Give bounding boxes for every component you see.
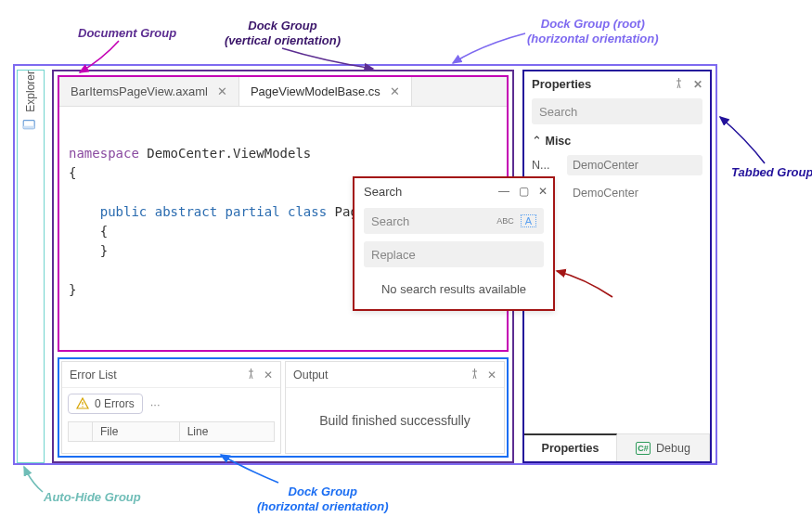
warning-icon: [76, 397, 89, 410]
autohide-tab-label: Explorer: [24, 71, 37, 112]
chevron-down-icon: ⌃: [532, 135, 542, 148]
code-namespace-name: DemoCenter.ViewModels: [147, 146, 311, 161]
close-icon[interactable]: ✕: [538, 185, 548, 198]
code-keyword-namespace: namespace: [69, 146, 139, 161]
annotation-dock-vertical-line2: (vertical orientation): [225, 33, 341, 47]
panel-title: Output: [293, 368, 462, 381]
output-message: Build finished successfully: [286, 388, 504, 453]
error-list-body: 0 Errors ··· File Line: [62, 388, 280, 447]
close-icon[interactable]: ✕: [487, 368, 496, 381]
document-tab-pageviewmodel[interactable]: PageViewModelBase.cs ✕: [239, 77, 412, 106]
annotation-dock-root-line2: (horizontal orientation): [527, 32, 659, 45]
error-col-file: File: [93, 422, 180, 442]
close-icon[interactable]: ✕: [217, 84, 227, 98]
properties-tabstrip: Properties C# Debug: [524, 433, 710, 461]
float-window-title: Search: [364, 185, 402, 199]
pin-icon[interactable]: [246, 368, 256, 381]
code-brace: {: [69, 165, 76, 180]
minimize-icon[interactable]: —: [498, 185, 509, 198]
replace-input[interactable]: Replace: [364, 241, 544, 267]
csharp-icon: C#: [636, 442, 651, 455]
document-tabstrip: BarItemsPageView.axaml ✕ PageViewModelBa…: [59, 77, 507, 107]
autohide-group: Explorer: [17, 70, 45, 463]
properties-search-input[interactable]: Search: [532, 98, 702, 124]
panel-output: Output ✕ Build finished successfully: [285, 361, 505, 454]
code-brace: }: [69, 282, 76, 297]
svg-point-2: [82, 406, 83, 407]
pin-icon[interactable]: [470, 368, 480, 381]
close-icon[interactable]: ✕: [390, 84, 400, 98]
tab-properties[interactable]: Properties: [524, 433, 617, 461]
panel-header-errorlist: Error List ✕: [62, 362, 280, 388]
autohide-tab-explorer[interactable]: Explorer: [22, 71, 38, 136]
error-col-line: Line: [179, 422, 274, 442]
explorer-icon: [22, 118, 38, 131]
error-col-blank: [69, 422, 93, 442]
pin-icon[interactable]: [674, 78, 684, 91]
annotation-tabbed-group: Tabbed Group: [731, 165, 812, 180]
properties-title: Properties: [532, 77, 591, 91]
svg-rect-1: [23, 126, 34, 129]
annotation-dock-root: Dock Group (root) (horizontal orientatio…: [527, 17, 659, 47]
panel-header-output: Output ✕: [286, 362, 504, 388]
replace-placeholder: Replace: [371, 248, 416, 262]
float-window-body: Search ABC A Replace No search results a…: [354, 204, 553, 309]
whole-word-toggle[interactable]: A: [521, 214, 536, 227]
search-status-message: No search results available: [364, 275, 544, 298]
error-count-label: 0 Errors: [95, 397, 135, 410]
more-button[interactable]: ···: [150, 397, 161, 411]
annotation-autohide-group: Auto-Hide Group: [44, 490, 141, 505]
properties-header: Properties ✕: [524, 71, 710, 93]
search-placeholder: Search: [539, 105, 577, 119]
annotation-dock-vertical: Dock Group (vertical orientation): [225, 19, 341, 49]
code-brace: {: [100, 224, 108, 239]
dock-group-horizontal: Error List ✕ 0 Errors ···: [58, 357, 509, 458]
annotation-dock-horiz-line2: (horizontal orientation): [257, 499, 389, 513]
property-value-input[interactable]: DemoCenter: [567, 155, 702, 175]
panel-error-list: Error List ✕ 0 Errors ···: [61, 361, 281, 454]
error-count-badge[interactable]: 0 Errors: [68, 394, 143, 414]
property-name: N...: [532, 159, 560, 172]
document-tab-baritems[interactable]: BarItemsPageView.axaml ✕: [59, 77, 239, 106]
svg-rect-3: [82, 402, 83, 405]
annotation-dock-horiz: Dock Group (horizontal orientation): [257, 485, 389, 515]
document-tab-label: PageViewModelBase.cs: [251, 84, 380, 98]
match-case-toggle[interactable]: ABC: [494, 215, 517, 226]
float-window-titlebar[interactable]: Search — ▢ ✕: [354, 178, 553, 204]
tab-label: Properties: [542, 442, 599, 455]
close-icon[interactable]: ✕: [264, 368, 273, 381]
float-group-search[interactable]: Search — ▢ ✕ Search ABC A Replace No sea…: [353, 176, 555, 311]
property-row: th DemoCenter: [532, 179, 702, 207]
maximize-icon[interactable]: ▢: [519, 185, 529, 198]
error-list-table: File Line: [68, 421, 275, 442]
close-icon[interactable]: ✕: [693, 78, 702, 91]
annotation-dock-vertical-line1: Dock Group: [248, 19, 316, 32]
property-section-misc[interactable]: ⌃ Misc: [532, 130, 702, 151]
annotation-dock-horiz-line1: Dock Group: [289, 485, 357, 498]
search-placeholder: Search: [371, 214, 409, 228]
document-tab-label: BarItemsPageView.axaml: [71, 84, 208, 98]
code-keywords-class: public abstract partial class: [100, 204, 327, 219]
panel-title: Error List: [70, 368, 238, 381]
search-input[interactable]: Search ABC A: [364, 208, 544, 234]
annotation-document-group: Document Group: [78, 26, 176, 41]
tab-label: Debug: [656, 442, 690, 455]
annotation-dock-root-line1: Dock Group (root): [541, 17, 645, 31]
code-brace: }: [100, 243, 108, 258]
property-row: N... DemoCenter: [532, 151, 702, 179]
property-value: DemoCenter: [567, 183, 702, 203]
section-label: Misc: [545, 135, 571, 148]
tab-debug[interactable]: C# Debug: [617, 434, 710, 461]
